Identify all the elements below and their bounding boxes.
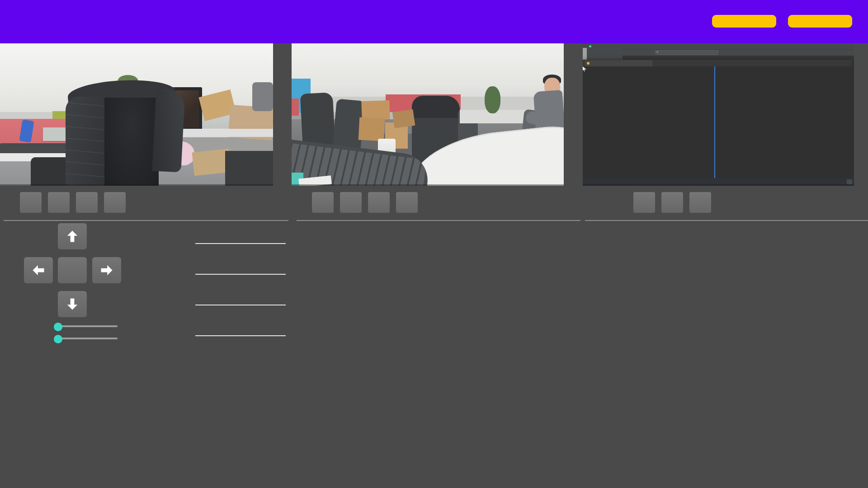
taskbar — [583, 178, 854, 186]
camera3-feed — [583, 43, 854, 186]
camera2-feed — [292, 43, 564, 186]
camera1-stop-button[interactable] — [48, 192, 70, 213]
arrow-down-icon — [66, 297, 79, 311]
terminal-left-pane — [585, 68, 712, 177]
pan-right-button[interactable] — [92, 257, 121, 283]
pan-left-button[interactable] — [24, 257, 53, 283]
focus-slider-track[interactable] — [58, 338, 118, 339]
arrow-right-icon — [100, 263, 113, 277]
terminal-right-pane — [718, 68, 851, 177]
jacket-right — [152, 89, 185, 172]
camera1-scene — [0, 43, 273, 186]
pan-up-button[interactable] — [58, 223, 87, 249]
camera2-scene — [292, 43, 564, 186]
focus-input[interactable] — [195, 319, 286, 336]
zoom-slider-track[interactable] — [58, 325, 118, 327]
terminal-window — [583, 60, 852, 178]
person-edge — [252, 82, 273, 111]
ide-tab-bar — [583, 43, 854, 49]
camera2-stop-button[interactable] — [340, 192, 362, 213]
kongqa-app — [0, 0, 868, 488]
pan-input[interactable] — [195, 227, 286, 244]
plant — [485, 86, 500, 113]
camera3-controls — [633, 192, 711, 213]
divider-camera1 — [4, 220, 288, 221]
camera1-controls — [20, 192, 126, 213]
terminal-body — [583, 66, 852, 178]
chair-left — [31, 157, 71, 186]
camera2-fullscreen-button[interactable] — [396, 192, 418, 213]
eth-progress-bar — [712, 15, 776, 28]
terminal-titlebar — [583, 60, 852, 66]
camera2-photo-button[interactable] — [368, 192, 390, 213]
taskbar-corner-button — [847, 179, 852, 184]
cardboard-box — [359, 117, 385, 141]
camera1-photo-button[interactable] — [76, 192, 98, 213]
camera3-stop-button[interactable] — [661, 192, 683, 213]
center-button[interactable] — [58, 257, 87, 283]
cardboard-box — [392, 109, 415, 128]
ide-search-field — [655, 50, 718, 55]
camera3-start-button[interactable] — [633, 192, 655, 213]
jacket-left — [66, 97, 110, 186]
terminal-tab — [585, 60, 652, 66]
search-icon — [656, 51, 658, 53]
name-plate — [43, 127, 66, 141]
camera3-scene — [583, 43, 854, 186]
android-icon — [589, 45, 591, 47]
camera1-start-button[interactable] — [20, 192, 42, 213]
arrow-left-icon — [32, 263, 45, 277]
focus-slider-row — [0, 334, 154, 343]
divider-camera2 — [297, 220, 580, 221]
wifi-progress-fill — [788, 15, 852, 28]
zoom-slider-thumb[interactable] — [54, 323, 62, 331]
camera1-feed — [0, 43, 273, 186]
focus-slider-thumb[interactable] — [54, 335, 62, 343]
camera3-fullscreen-button[interactable] — [689, 192, 711, 213]
camera1-fullscreen-button[interactable] — [104, 192, 126, 213]
chair-mesh — [104, 98, 159, 186]
tilt-down-button[interactable] — [58, 291, 87, 317]
camera2-controls — [312, 192, 418, 213]
ipython-icon — [587, 62, 590, 65]
app-header — [0, 0, 868, 43]
pane-divider — [714, 66, 715, 178]
zoom-input[interactable] — [195, 289, 286, 305]
wifi-progress-bar — [788, 15, 852, 28]
tilt-input[interactable] — [195, 258, 286, 275]
background-window-sliver — [583, 48, 587, 60]
camera2-start-button[interactable] — [312, 192, 334, 213]
arrow-up-icon — [66, 230, 79, 243]
red-wall-left — [292, 99, 299, 116]
divider-camera3 — [585, 220, 868, 221]
chair-corner — [225, 151, 273, 186]
zoom-slider-row — [0, 322, 154, 331]
eth-progress-fill — [712, 15, 776, 28]
